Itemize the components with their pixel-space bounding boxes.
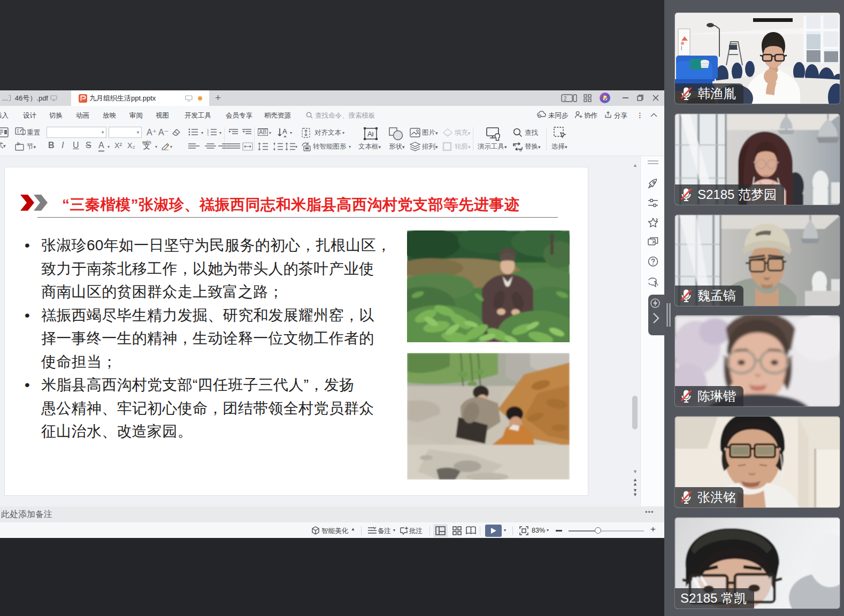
svg-text:2: 2 xyxy=(564,96,567,102)
svg-text:3: 3 xyxy=(207,134,209,136)
svg-text:A: A xyxy=(367,130,372,138)
svg-text:A: A xyxy=(282,127,287,135)
svg-text:B: B xyxy=(519,148,522,151)
svg-text:A: A xyxy=(513,143,516,147)
